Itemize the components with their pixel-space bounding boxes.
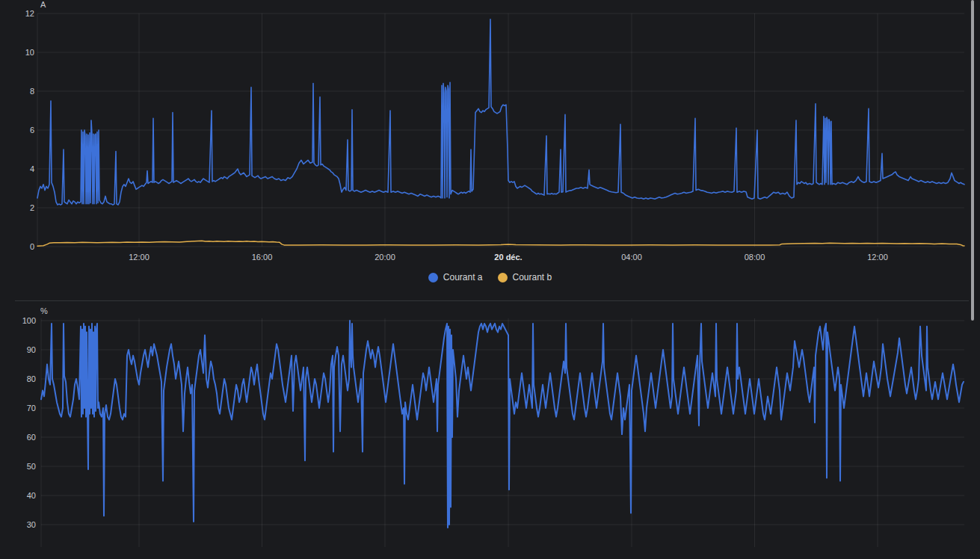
y-tick-label: 90	[27, 345, 36, 354]
y-tick-label: 10	[25, 48, 34, 57]
panel-divider[interactable]	[15, 300, 969, 301]
series-line-courant-a	[37, 19, 964, 205]
y-tick-label: 30	[27, 520, 36, 529]
series-color-dot-yellow	[498, 273, 508, 282]
x-tick-label: 16:00	[252, 253, 273, 262]
legend-item-courant-a[interactable]: Courant a	[428, 272, 483, 282]
y-tick-label: 60	[27, 433, 36, 442]
x-tick-label: 08:00	[745, 253, 765, 262]
series-line-courant-b	[37, 241, 964, 246]
y-tick-label: 100	[22, 316, 36, 325]
legend-label-courant-a: Courant a	[443, 272, 483, 282]
y-tick-label: 40	[27, 491, 36, 500]
y-tick-label: 0	[30, 242, 34, 251]
y-tick-label: 8	[30, 87, 34, 96]
y-axis-unit-amperes: A	[40, 0, 46, 9]
percent-chart-canvas[interactable]: 30405060708090100	[0, 299, 980, 559]
y-axis-unit-percent: %	[40, 306, 48, 315]
y-tick-label: 50	[27, 462, 36, 471]
y-tick-label: 70	[27, 404, 36, 413]
x-tick-label: 04:00	[621, 253, 642, 262]
series-line-courant-a	[41, 321, 964, 528]
x-tick-label: 12:00	[129, 253, 150, 262]
legend-item-courant-b[interactable]: Courant b	[498, 272, 552, 282]
x-tick-label: 12:00	[867, 253, 888, 262]
legend-label-courant-b: Courant b	[513, 272, 552, 282]
legend: Courant a Courant b	[0, 272, 980, 282]
scrollbar-thumb[interactable]	[971, 0, 974, 321]
series-color-dot-blue	[428, 273, 438, 282]
y-tick-label: 4	[30, 164, 34, 173]
current-chart-canvas[interactable]: 02468101212:0016:0020:0020 déc.04:0008:0…	[0, 0, 980, 269]
y-tick-label: 2	[30, 203, 34, 212]
y-tick-label: 80	[27, 374, 36, 383]
x-tick-label: 20 déc.	[494, 253, 522, 262]
y-tick-label: 12	[25, 9, 34, 18]
x-tick-label: 20:00	[375, 253, 395, 262]
dashboard: A 02468101212:0016:0020:0020 déc.04:0008…	[0, 0, 980, 559]
y-tick-label: 6	[30, 126, 34, 135]
